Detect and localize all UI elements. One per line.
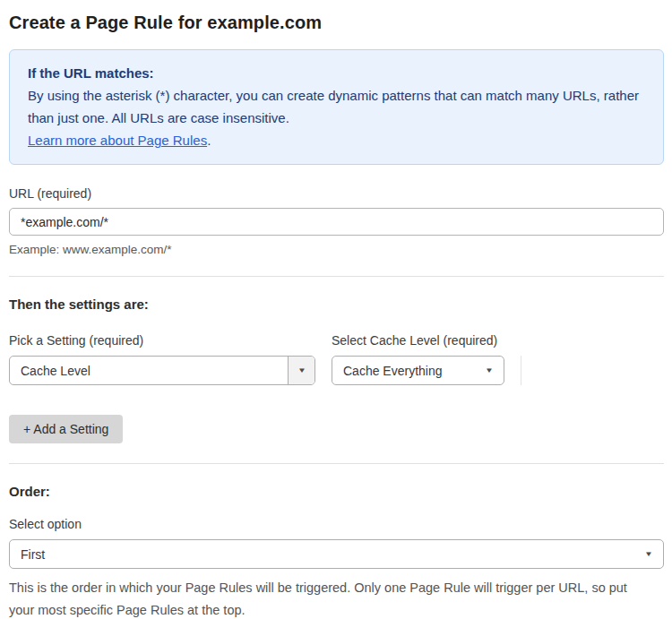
link-suffix: . (207, 133, 211, 148)
settings-row: Pick a Setting (required) Cache Level ▼ … (9, 333, 664, 385)
info-box-heading: If the URL matches: (28, 62, 645, 84)
page-title: Create a Page Rule for example.com (9, 13, 664, 33)
order-select-label: Select option (9, 517, 664, 531)
url-field-label: URL (required) (9, 186, 664, 201)
info-box-link-line: Learn more about Page Rules. (28, 129, 645, 151)
cache-level-value: Cache Everything (332, 364, 486, 378)
url-match-info-box: If the URL matches: By using the asteris… (9, 49, 664, 165)
pick-setting-value: Cache Level (10, 364, 288, 378)
divider (9, 463, 664, 464)
dropdown-arrow-segment: ▼ (288, 357, 314, 384)
cache-level-column: Select Cache Level (required) Cache Ever… (332, 333, 504, 385)
order-value: First (10, 547, 645, 562)
chevron-down-icon: ▼ (297, 367, 306, 374)
cache-level-dropdown[interactable]: Cache Everything ▼ (332, 356, 504, 385)
column-divider (521, 356, 521, 385)
chevron-down-icon: ▼ (645, 551, 663, 558)
order-help-text: This is the order in which your Page Rul… (9, 577, 654, 619)
pick-setting-column: Pick a Setting (required) Cache Level ▼ (9, 333, 315, 385)
settings-section-heading: Then the settings are: (9, 297, 664, 312)
url-example-text: Example: www.example.com/* (9, 243, 664, 256)
learn-more-link[interactable]: Learn more about Page Rules (28, 133, 207, 148)
pick-setting-label: Pick a Setting (required) (9, 333, 315, 348)
order-section-heading: Order: (9, 484, 664, 499)
info-box-body: By using the asterisk (*) character, you… (28, 84, 645, 129)
url-input[interactable] (9, 208, 664, 236)
cache-level-label: Select Cache Level (required) (332, 333, 504, 348)
divider (9, 276, 664, 277)
add-setting-button[interactable]: + Add a Setting (9, 415, 123, 443)
chevron-down-icon: ▼ (486, 367, 504, 374)
order-dropdown[interactable]: First ▼ (9, 539, 664, 569)
pick-setting-dropdown[interactable]: Cache Level ▼ (9, 356, 315, 385)
